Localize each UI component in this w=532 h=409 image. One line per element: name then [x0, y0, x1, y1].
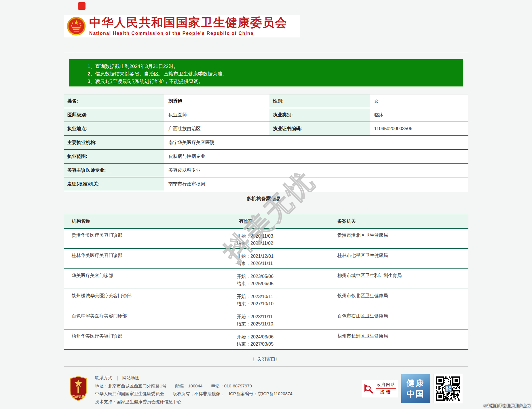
- nhc-doctor-query-page: { "colors":{"green_notice":"#0a860a","mi…: [0, 0, 532, 409]
- site-header: 中华人民共和国国家卫生健康委员会 National Health Commiss…: [64, 15, 300, 37]
- validity-dates: 开始：2020/11/03结束：2025/11/02: [237, 229, 337, 248]
- info-value: 皮肤病与性病专业: [165, 150, 468, 163]
- find-error-text: 政府网站 找错: [376, 382, 396, 395]
- close-window-link[interactable]: 〖关闭窗口〗: [252, 357, 280, 361]
- qr-code-canvas: [435, 375, 461, 402]
- institution-row: 钦州槎城华美医疗美容门诊部开始：2023/10/11结束：2027/10/10钦…: [64, 289, 468, 309]
- filing-agency: 桂林市七星区卫生健康局: [337, 249, 468, 268]
- validity-start: 开始：2023/10/11: [237, 293, 337, 300]
- validity-end: 结束：2026/11/11: [237, 260, 337, 267]
- validity-start: 开始：2020/11/03: [237, 232, 337, 240]
- institution-row: 百色桂华美医疗美容门诊部开始：2023/11/11结束：2025/11/10百色…: [64, 309, 468, 330]
- info-label: 执业证书编码:: [269, 122, 370, 135]
- institution-row: 桂林华美医疗美容门诊部开始：2021/12/01结束：2026/11/11桂林市…: [64, 249, 468, 269]
- institution-row: 贵港华美医疗美容门诊部开始：2020/11/03结束：2025/11/02贵港市…: [64, 229, 468, 249]
- info-value: 临床: [371, 108, 468, 122]
- column-header-institution: 机构名称: [64, 214, 237, 228]
- info-value: 广西壮族自治区: [165, 122, 268, 135]
- header-divider: [64, 53, 468, 53]
- info-label: 姓名:: [64, 94, 164, 108]
- footer-links-row: 联系方式｜网站地图: [95, 374, 292, 382]
- filing-agency: 梧州市长洲区卫生健康局: [337, 330, 468, 349]
- info-label: 执业地点:: [64, 122, 164, 135]
- notice-line: 3、凌晨1点至凌晨5点系统进行维护，不能提供查询。: [88, 78, 463, 85]
- qr-code: [434, 374, 463, 403]
- sitemap-link[interactable]: 网站地图: [122, 375, 140, 380]
- info-label: 性别:: [269, 94, 370, 108]
- doctor-info-row: 执业范围:皮肤病与性病专业: [64, 150, 468, 164]
- footer-divider: [64, 366, 468, 367]
- column-header-agency: 备案机关: [337, 214, 468, 228]
- validity-start: 开始：2021/12/01: [237, 253, 337, 260]
- national-emblem-icon: [67, 16, 86, 36]
- info-value: 南宁市行政审批局: [165, 177, 468, 191]
- party-gov-shield-icon: 党政机关: [69, 376, 88, 402]
- validity-dates: 开始：2021/12/01结束：2026/11/11: [237, 249, 337, 268]
- doctor-info-row: 执业地点:广西壮族自治区执业证书编码:110450200003506: [64, 122, 468, 136]
- find-error-line1: 政府网站: [376, 382, 396, 387]
- gov-site-find-error-badge[interactable]: 政府网站 找错: [362, 380, 398, 397]
- institution-name: 梧州华美医疗美容门诊部: [64, 330, 237, 349]
- validity-end: 结束：2027/03/05: [237, 340, 337, 348]
- info-label: 医师级别:: [64, 108, 164, 122]
- validity-dates: 开始：2023/11/11结束：2025/11/10: [237, 309, 337, 329]
- footer-copyright-line: 中华人民共和国国家卫生健康委员会 版权所有，不得非法镜像． ICP备案编号：京I…: [95, 390, 292, 398]
- info-label: 发证(批准)机关:: [64, 177, 164, 191]
- validity-dates: 开始：2024/03/06结束：2027/03/05: [237, 330, 337, 349]
- info-value: 110450200003506: [371, 122, 468, 135]
- contact-link[interactable]: 联系方式: [95, 375, 112, 380]
- close-window-wrap: 〖关闭窗口〗: [64, 356, 468, 362]
- validity-end: 结束：2025/11/02: [237, 240, 337, 247]
- footer-support-line: 技术支持：国家卫生健康委员会统计信息中心: [95, 398, 292, 406]
- site-title-cn: 中华人民共和国国家卫生健康委员会: [89, 16, 287, 29]
- info-value: 刘秀艳: [165, 94, 268, 108]
- header-titles: 中华人民共和国国家卫生健康委员会 National Health Commiss…: [89, 16, 287, 36]
- footer-address-line: 地址：北京市西城区西直门外南路1号 邮编：100044 电话：010-68797…: [95, 382, 292, 390]
- multi-table-header: 机构名称 有效期 备案机关: [64, 214, 468, 229]
- healthy-china-line2: 中国: [401, 389, 430, 399]
- filing-agency: 百色市右江区卫生健康局: [337, 309, 468, 329]
- doctor-info-table: 姓名:刘秀艳性别:女医师级别:执业医师执业类别:临床执业地点:广西壮族自治区执业…: [64, 94, 468, 191]
- find-error-magnifier-icon: [363, 383, 375, 394]
- healthy-china-line1: 健康: [401, 378, 430, 389]
- institution-name: 华美医疗美容门诊部: [64, 269, 237, 289]
- doctor-info-row: 医师级别:执业医师执业类别:临床: [64, 108, 468, 122]
- doctor-info-row: 主要执业机构:南宁华美医疗美容医院: [64, 136, 468, 150]
- multi-institution-title: 多机构备案信息：: [64, 195, 468, 202]
- info-label: 执业范围:: [64, 150, 164, 163]
- validity-dates: 开始：2023/10/11结束：2027/10/10: [237, 289, 337, 309]
- top-left-red-marker: [78, 2, 86, 10]
- notice-banner: 1、查询数据截止到2024年3月31日22时。 2、信息数据结果以各省、自治区、…: [69, 59, 463, 87]
- find-error-underline: [376, 388, 396, 389]
- info-value: 南宁华美医疗美容医院: [165, 136, 468, 149]
- footer-badges: 政府网站 找错 健康 中国: [362, 374, 463, 403]
- site-title-en: National Health Commission of the People…: [89, 31, 287, 36]
- filing-agency: 贵港市港北区卫生健康局: [337, 229, 468, 248]
- footer-link-separator: ｜: [115, 375, 119, 380]
- notice-line: 2、信息数据结果以各省、自治区、直辖市卫生健康委数据为准。: [88, 70, 463, 78]
- healthy-china-badge[interactable]: 健康 中国: [401, 374, 430, 403]
- info-value: 执业医师: [165, 108, 268, 122]
- validity-end: 结束：2027/10/10: [237, 300, 337, 307]
- info-label: 主要执业机构:: [64, 136, 164, 149]
- filing-agency: 钦州市钦北区卫生健康局: [337, 289, 468, 309]
- institution-row: 梧州华美医疗美容门诊部开始：2024/03/06结束：2027/03/05梧州市…: [64, 330, 468, 350]
- validity-dates: 开始：2023/05/06结束：2025/06/05: [237, 269, 337, 289]
- doctor-info-row: 美容主诊医师专业:美容皮肤科专业: [64, 164, 468, 177]
- info-value: 女: [371, 94, 468, 108]
- institution-name: 钦州槎城华美医疗美容门诊部: [64, 289, 237, 309]
- info-label: 美容主诊医师专业:: [64, 164, 164, 177]
- validity-start: 开始：2024/03/06: [237, 333, 337, 340]
- doctor-info-row: 姓名:刘秀艳性别:女: [64, 94, 468, 108]
- institution-name: 桂林华美医疗美容门诊部: [64, 249, 237, 268]
- page-footer: 党政机关 联系方式｜网站地图 地址：北京市西城区西直门外南路1号 邮编：1000…: [64, 374, 468, 406]
- multi-institution-table: 机构名称 有效期 备案机关 贵港华美医疗美容门诊部开始：2020/11/03结束…: [64, 214, 468, 350]
- institution-name: 贵港华美医疗美容门诊部: [64, 229, 237, 248]
- footer-text-block: 联系方式｜网站地图 地址：北京市西城区西直门外南路1号 邮编：100044 电话…: [95, 374, 292, 406]
- column-header-validity: 有效期: [237, 214, 337, 228]
- institution-name: 百色桂华美医疗美容门诊部: [64, 309, 237, 329]
- notice-line: 1、查询数据截止到2024年3月31日22时。: [88, 63, 463, 70]
- validity-start: 开始：2023/11/11: [237, 313, 337, 320]
- doctor-info-row: 发证(批准)机关:南宁市行政审批局: [64, 177, 468, 191]
- validity-end: 结束：2025/06/05: [237, 280, 337, 287]
